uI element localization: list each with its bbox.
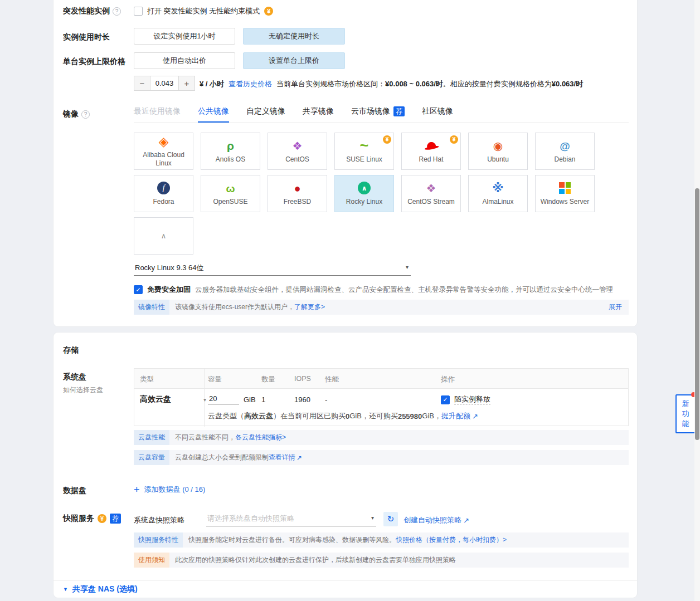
image-tab-1[interactable]: 公共镜像 [198, 106, 229, 123]
os-card-anolis[interactable]: Anolis OS [201, 133, 260, 170]
system-disk-label: 系统盘 [63, 372, 86, 382]
tab-label: 最近使用镜像 [134, 106, 181, 116]
market-hint-prefix: 当前单台实例规格市场价格区间： [276, 80, 385, 88]
os-card-freebsd[interactable]: FreeBSD [268, 175, 327, 212]
snapshot-feature-bar: 快照服务特性 快照服务能定时对云盘进行备份。可应对病毒感染、数据误删等风险。 快… [134, 532, 629, 548]
image-feature-badge: 镜像特性 [134, 300, 169, 315]
security-hardening-checkbox[interactable]: ✓ [134, 285, 143, 294]
paid-yuan-icon: ¥ [383, 135, 391, 144]
os-card-label: CentOS [282, 155, 313, 164]
price-history-link[interactable]: 查看历史价格 [229, 79, 272, 89]
snapshot-notice-bar: 使用须知 此次应用的快照策略仅针对此次创建的云盘进行保护，后续新创建的云盘需要单… [134, 553, 629, 568]
os-card-alibaba[interactable]: Alibaba Cloud Linux [134, 133, 193, 170]
learn-more-link[interactable]: 了解更多> [294, 302, 325, 312]
manual-cap-button[interactable]: 设置单台上限价 [243, 52, 345, 69]
os-card-alma[interactable]: AlmaLinux [468, 175, 528, 212]
image-feature-text: 该镜像支持使用ecs-user作为默认用户， [175, 302, 294, 312]
centos-logo-icon [293, 140, 303, 152]
os-card-label: FreeBSD [280, 198, 314, 206]
duration-custom-button[interactable]: 设定实例使用1小时 [134, 28, 235, 45]
quota-type: 高效云盘 [244, 411, 273, 421]
os-card-label: Fedora [149, 198, 177, 206]
new-feature-button[interactable]: 新功能 [675, 394, 696, 433]
disk-perf-text: 不同云盘性能不同， [175, 433, 235, 442]
os-card-suse[interactable]: SUSE Linux¥ [334, 133, 394, 170]
os-card-centos-stream[interactable]: CentOS Stream [401, 175, 461, 212]
disk-type-value: 高效云盘 [140, 394, 171, 404]
os-card-label: CentOS Stream [404, 198, 458, 206]
os-card-rocky[interactable]: ∧Rocky Linux [334, 175, 394, 212]
price-minus-button[interactable]: − [134, 76, 150, 91]
raise-quota-link[interactable]: 提升配额 [441, 411, 470, 421]
duration-flexible-button[interactable]: 无确定使用时长 [243, 28, 345, 45]
centos-stream-logo-icon [426, 183, 436, 194]
snapshot-service-label: 快照服务 [63, 514, 94, 524]
snapshot-policy-label: 系统盘快照策略 [134, 515, 184, 525]
auto-bid-button[interactable]: 使用自动出价 [134, 52, 235, 69]
snapshot-policy-select[interactable]: 请选择系统盘自动快照策略 ▾ [206, 511, 376, 526]
os-card-opensuse[interactable]: OpenSUSE [201, 175, 260, 212]
image-label: 镜像 [63, 109, 79, 119]
nas-section-toggle[interactable]: ▼ 共享盘 NAS (选填) [63, 584, 138, 594]
image-feature-bar: 镜像特性 该镜像支持使用ecs-user作为默认用户， 了解更多> 展开 [134, 300, 629, 315]
data-disk-label: 数据盘 [63, 486, 86, 496]
alma-logo-icon [492, 182, 503, 194]
release-with-instance-checkbox[interactable]: ✓ [441, 395, 450, 404]
price-cap-input[interactable]: 0.043 [150, 76, 179, 91]
disk-capacity-text: 云盘创建总大小会受到配额限制 [175, 453, 269, 462]
market-hint-mid: 。相应的按量付费实例规格价格为 [443, 80, 552, 88]
create-snapshot-policy-button[interactable]: 创建自动快照策略 ↗ [404, 515, 469, 525]
windows-logo-icon [559, 182, 571, 194]
column-header-0: 类型 [140, 375, 154, 384]
external-link-icon: ↗ [463, 516, 469, 525]
duration-label: 实例使用时长 [63, 32, 110, 42]
help-icon[interactable]: ? [113, 7, 121, 16]
caret-down-icon: ▾ [203, 397, 206, 403]
os-card-windows[interactable]: Windows Server [535, 175, 595, 212]
os-card-ubuntu[interactable]: Ubuntu [468, 133, 528, 170]
image-version-select[interactable]: Rocky Linux 9.3 64位 ▾ [134, 261, 411, 276]
refresh-button[interactable]: ↻ [383, 512, 398, 526]
price-plus-button[interactable]: + [178, 76, 195, 91]
os-card-debian[interactable]: Debian [535, 133, 595, 170]
caret-down-icon: ▾ [406, 264, 409, 270]
scrollbar-thumb[interactable] [695, 188, 699, 440]
disk-help-link[interactable]: 如何选择云盘 [63, 385, 103, 395]
notice-text: 此次应用的快照策略仅针对此次创建的云盘进行保护，后续新创建的云盘需要单独应用快照… [175, 555, 456, 565]
redhat-logo-icon [423, 140, 439, 150]
quota-text: GiB，还可购买 [349, 411, 398, 421]
os-card-fedora[interactable]: fFedora [134, 175, 193, 212]
security-hardening-label: 免费安全加固 [147, 285, 191, 295]
paid-yuan-icon: ¥ [450, 135, 458, 144]
disk-capacity-input[interactable]: 20 [208, 393, 239, 404]
create-snapshot-policy-link: 创建自动快照策略 [404, 515, 461, 525]
os-card-label: Red Hat [415, 155, 446, 164]
image-tabs: 最近使用镜像公共镜像自定义镜像共享镜像云市场镜像荐社区镜像 [134, 106, 453, 123]
add-data-disk-button[interactable]: + 添加数据盘 (0 / 16) [134, 485, 205, 495]
image-tab-4[interactable]: 云市场镜像荐 [351, 106, 405, 123]
image-tab-5[interactable]: 社区镜像 [422, 106, 453, 123]
disk-perf-link[interactable]: 各云盘性能指标> [235, 433, 286, 442]
disk-perf-bar: 云盘性能 不同云盘性能不同， 各云盘性能指标> [134, 430, 629, 445]
column-header-1: 容量 [208, 375, 222, 384]
os-card-redhat[interactable]: Red Hat¥ [401, 133, 461, 170]
image-tab-0[interactable]: 最近使用镜像 [134, 106, 181, 123]
expand-link[interactable]: 展开 [609, 302, 629, 312]
snapshot-price-link[interactable]: 快照价格（按量付费，每小时扣费）> [396, 535, 507, 545]
image-tab-3[interactable]: 共享镜像 [303, 106, 334, 123]
image-tab-2[interactable]: 自定义镜像 [246, 106, 285, 123]
disk-capacity-unit: GiB [244, 395, 256, 404]
paid-yuan-icon: ¥ [98, 514, 106, 523]
collapse-grid-card[interactable]: ∧ [134, 217, 193, 255]
storage-title: 存储 [63, 345, 79, 355]
column-header-5: 操作 [441, 375, 455, 384]
view-details-link[interactable]: 查看详情 [269, 453, 295, 462]
caret-down-icon: ▾ [371, 515, 374, 521]
ubuntu-logo-icon [493, 140, 503, 152]
help-icon[interactable]: ? [81, 110, 90, 119]
os-card-centos[interactable]: CentOS [268, 133, 327, 170]
burst-mode-checkbox[interactable] [134, 7, 143, 16]
disk-perf-badge: 云盘性能 [134, 430, 169, 445]
disk-type-select[interactable]: 高效云盘 ▾ [140, 394, 206, 404]
tab-label: 共享镜像 [303, 106, 334, 116]
